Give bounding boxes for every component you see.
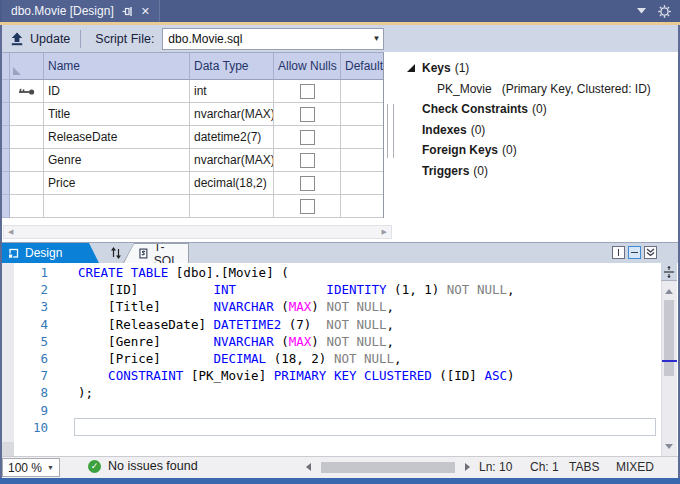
tree-item[interactable]: Indexes(0) [398,120,676,141]
horizontal-scroll-thumb[interactable] [321,462,455,473]
data-type-cell[interactable] [190,195,274,218]
column-name-cell[interactable]: ID [44,80,190,103]
tree-item[interactable]: Triggers(0) [398,161,676,182]
chevron-down-icon[interactable] [637,8,646,14]
scroll-up-icon[interactable] [665,289,673,294]
allow-nulls-checkbox[interactable] [300,107,315,122]
editor-splitter-grip[interactable] [661,263,677,281]
column-header-name[interactable]: Name [44,53,190,80]
code-line[interactable]: 7 CONSTRAINT [PK_Movie] PRIMARY KEY CLUS… [14,367,659,384]
allow-nulls-checkbox[interactable] [300,84,315,99]
close-icon[interactable]: ✕ [141,6,150,17]
code-line[interactable]: 3 [Title] NVARCHAR (MAX) NOT NULL, [14,298,659,315]
code-line[interactable]: 1CREATE TABLE [dbo].[Movie] ( [14,264,659,281]
split-horizontal-button[interactable] [628,246,641,259]
data-type-cell[interactable]: datetime2(7) [190,126,274,149]
hscroll-left-icon[interactable] [306,463,311,471]
row-indicator-cell[interactable] [2,103,10,126]
default-value-cell[interactable] [341,103,383,126]
allow-nulls-cell[interactable] [274,103,341,126]
allow-nulls-cell[interactable] [274,195,341,218]
default-value-cell[interactable] [341,172,383,195]
grid-panel-splitter[interactable] [387,104,394,158]
scroll-right-icon[interactable]: ▶ [382,228,387,236]
default-value-cell[interactable] [341,149,383,172]
data-type-cell[interactable]: int [190,80,274,103]
allow-nulls-cell[interactable] [274,172,341,195]
hscroll-right-icon[interactable] [465,463,470,471]
code-line[interactable]: 8); [14,384,659,401]
code-line[interactable]: 5 [Genre] NVARCHAR (MAX) NOT NULL, [14,333,659,350]
code-line[interactable]: 9 [14,402,659,419]
line-number: 1 [14,264,48,281]
column-header-datatype[interactable]: Data Type [190,53,274,80]
swap-panes-button[interactable] [108,245,124,261]
allow-nulls-cell[interactable] [274,149,341,172]
row-indicator-cell[interactable] [2,195,10,218]
row-header-cell[interactable] [10,80,44,103]
data-type-cell[interactable]: decimal(18,2) [190,172,274,195]
split-vertical-button[interactable] [612,246,625,259]
collapse-pane-button[interactable] [644,246,657,259]
update-button[interactable]: Update [2,27,80,50]
allow-nulls-cell[interactable] [274,126,341,149]
editor-status-bar: 100 % ▼ ✓ No issues found Ln: 10 Ch: 1 T… [0,456,680,478]
row-indicator-cell[interactable] [2,149,10,172]
row-header-cell[interactable] [10,195,44,218]
default-value-cell[interactable] [341,126,383,149]
editor-margin[interactable] [2,263,14,456]
pin-icon[interactable] [122,6,133,17]
grid-corner-cell[interactable] [2,53,10,80]
code-line[interactable]: 6 [Price] DECIMAL (18, 2) NOT NULL, [14,350,659,367]
row-indicator-cell[interactable] [2,172,10,195]
row-indicator-cell[interactable] [2,80,10,103]
double-chevron-down-icon [646,248,655,257]
allow-nulls-checkbox[interactable] [300,153,315,168]
tab-design[interactable]: Design [2,243,99,263]
tree-item[interactable]: Check Constraints(0) [398,99,676,120]
combo-dropdown-icon[interactable]: ▼ [369,34,383,43]
column-name-cell[interactable]: ReleaseDate [44,126,190,149]
column-header-allownulls[interactable]: Allow Nulls [274,53,341,80]
tree-child-item[interactable]: PK_Movie(Primary Key, Clustered: ID) [398,79,676,100]
script-file-combobox[interactable]: dbo.Movie.sql ▼ [162,28,384,50]
allow-nulls-checkbox[interactable] [300,199,315,214]
zoom-dropdown-icon[interactable]: ▼ [47,464,59,471]
grid-header: Name Data Type Allow Nulls Default [2,53,383,80]
grid-horizontal-scrollbar[interactable]: ◀ ▶ [3,225,392,239]
row-indicator-cell[interactable] [2,126,10,149]
column-name-cell[interactable]: Title [44,103,190,126]
scroll-left-icon[interactable]: ◀ [8,228,13,236]
default-value-cell[interactable] [341,195,383,218]
row-header-cell[interactable] [10,126,44,149]
line-number: 2 [14,281,48,298]
row-header-cell[interactable] [10,103,44,126]
expander-icon[interactable] [406,63,416,73]
tree-item[interactable]: Keys(1) [398,58,676,79]
code-line[interactable]: 10 [14,419,659,436]
default-value-cell[interactable] [341,80,383,103]
allow-nulls-checkbox[interactable] [300,130,315,145]
row-header-column[interactable] [10,53,44,80]
allow-nulls-checkbox[interactable] [300,176,315,191]
tab-tsql[interactable]: T-SQL [123,243,189,263]
gear-icon[interactable] [658,5,671,18]
zoom-combobox[interactable]: 100 % ▼ [2,458,60,477]
code-line[interactable]: 4 [ReleaseDate] DATETIME2 (7) NOT NULL, [14,316,659,333]
document-tab-title: dbo.Movie [Design] [11,4,114,18]
code-line[interactable]: 2 [ID] INT IDENTITY (1, 1) NOT NULL, [14,281,659,298]
column-name-cell[interactable] [44,195,190,218]
allow-nulls-cell[interactable] [274,80,341,103]
document-tab[interactable]: dbo.Movie [Design] ✕ [2,0,160,22]
scroll-down-icon[interactable] [665,444,673,449]
column-name-cell[interactable]: Genre [44,149,190,172]
row-header-cell[interactable] [10,172,44,195]
data-type-cell[interactable]: nvarchar(MAX) [190,103,274,126]
data-type-cell[interactable]: nvarchar(MAX) [190,149,274,172]
tree-item[interactable]: Foreign Keys(0) [398,140,676,161]
vertical-scroll-thumb[interactable] [664,300,674,376]
column-header-default[interactable]: Default [341,53,383,80]
script-file-value: dbo.Movie.sql [163,32,369,46]
row-header-cell[interactable] [10,149,44,172]
column-name-cell[interactable]: Price [44,172,190,195]
